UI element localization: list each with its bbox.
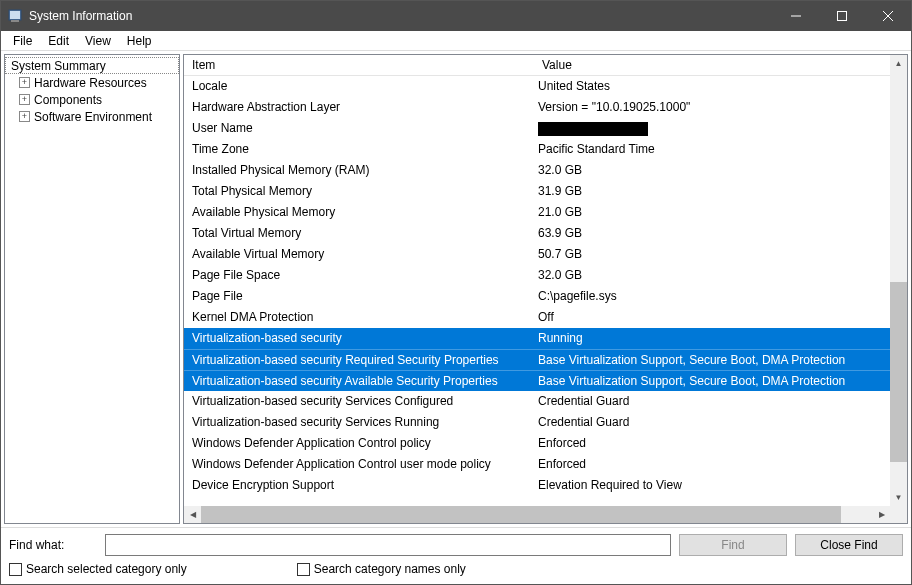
table-row[interactable]: Virtualization-based security Required S…: [184, 349, 890, 370]
svg-rect-2: [10, 11, 20, 19]
horizontal-scrollbar[interactable]: ◀ ▶: [184, 506, 890, 523]
cell-item: Locale: [184, 78, 534, 95]
table-row[interactable]: Windows Defender Application Control pol…: [184, 433, 890, 454]
window-title: System Information: [29, 9, 773, 23]
checkbox-icon: [297, 563, 310, 576]
cell-item: Total Virtual Memory: [184, 225, 534, 242]
find-label: Find what:: [9, 538, 97, 552]
cell-item: Device Encryption Support: [184, 477, 534, 494]
detail-header: Item Value: [184, 55, 890, 76]
svg-rect-1: [11, 20, 19, 22]
table-row[interactable]: Virtualization-based securityRunning: [184, 328, 890, 349]
checkbox-icon: [9, 563, 22, 576]
table-row[interactable]: User Name: [184, 118, 890, 139]
table-row[interactable]: Time ZonePacific Standard Time: [184, 139, 890, 160]
titlebar: System Information: [1, 1, 911, 31]
table-row[interactable]: Total Virtual Memory63.9 GB: [184, 223, 890, 244]
cell-value: 31.9 GB: [534, 183, 890, 200]
scroll-right-icon[interactable]: ▶: [873, 506, 890, 523]
cell-item: Virtualization-based security: [184, 330, 534, 347]
tree-item-hardware-resources[interactable]: + Hardware Resources: [5, 74, 179, 91]
menu-file[interactable]: File: [5, 32, 40, 50]
cell-item: Available Virtual Memory: [184, 246, 534, 263]
close-button[interactable]: [865, 1, 911, 31]
cell-item: Page File Space: [184, 267, 534, 284]
table-row[interactable]: Hardware Abstraction LayerVersion = "10.…: [184, 97, 890, 118]
horizontal-scroll-thumb[interactable]: [201, 506, 841, 523]
scroll-up-icon[interactable]: ▲: [890, 55, 907, 72]
expand-icon[interactable]: +: [19, 77, 30, 88]
cell-item: Page File: [184, 288, 534, 305]
table-row[interactable]: Total Physical Memory31.9 GB: [184, 181, 890, 202]
cell-value: Base Virtualization Support, Secure Boot…: [534, 352, 890, 368]
scroll-left-icon[interactable]: ◀: [184, 506, 201, 523]
cell-item: Virtualization-based security Required S…: [184, 352, 534, 368]
app-icon: [7, 8, 23, 24]
cell-value: 32.0 GB: [534, 267, 890, 284]
tree-item-label: System Summary: [11, 59, 106, 73]
cell-value: United States: [534, 78, 890, 95]
cell-value: Enforced: [534, 435, 890, 452]
cell-value: Credential Guard: [534, 393, 890, 410]
column-header-item[interactable]: Item: [184, 55, 534, 75]
cell-item: Total Physical Memory: [184, 183, 534, 200]
table-row[interactable]: Page File Space32.0 GB: [184, 265, 890, 286]
checkbox-search-category-names[interactable]: Search category names only: [297, 562, 466, 576]
scroll-down-icon[interactable]: ▼: [890, 489, 907, 506]
find-input[interactable]: [105, 534, 671, 556]
tree-root-system-summary[interactable]: System Summary: [5, 57, 179, 74]
detail-rows[interactable]: LocaleUnited StatesHardware Abstraction …: [184, 76, 890, 506]
cell-value: 32.0 GB: [534, 162, 890, 179]
cell-value: Version = "10.0.19025.1000": [534, 99, 890, 116]
table-row[interactable]: Page FileC:\pagefile.sys: [184, 286, 890, 307]
redacted-value: [538, 122, 648, 136]
table-row[interactable]: Device Encryption SupportElevation Requi…: [184, 475, 890, 496]
body-area: System Summary + Hardware Resources + Co…: [1, 51, 911, 527]
cell-item: Virtualization-based security Services R…: [184, 414, 534, 431]
tree-item-components[interactable]: + Components: [5, 91, 179, 108]
cell-value: C:\pagefile.sys: [534, 288, 890, 305]
find-button[interactable]: Find: [679, 534, 787, 556]
cell-value: Pacific Standard Time: [534, 141, 890, 158]
cell-item: Windows Defender Application Control use…: [184, 456, 534, 473]
vertical-scroll-thumb[interactable]: [890, 282, 907, 462]
close-find-button[interactable]: Close Find: [795, 534, 903, 556]
column-header-value[interactable]: Value: [534, 55, 890, 75]
expand-icon[interactable]: +: [19, 111, 30, 122]
find-panel: Find what: Find Close Find Search select…: [1, 527, 911, 584]
tree-item-label: Software Environment: [34, 110, 152, 124]
cell-value: Running: [534, 330, 890, 347]
cell-item: Available Physical Memory: [184, 204, 534, 221]
cell-value: Enforced: [534, 456, 890, 473]
minimize-button[interactable]: [773, 1, 819, 31]
cell-value: 50.7 GB: [534, 246, 890, 263]
menu-edit[interactable]: Edit: [40, 32, 77, 50]
menu-view[interactable]: View: [77, 32, 119, 50]
table-row[interactable]: Available Virtual Memory50.7 GB: [184, 244, 890, 265]
vertical-scrollbar[interactable]: ▲ ▼: [890, 55, 907, 506]
cell-item: Time Zone: [184, 141, 534, 158]
table-row[interactable]: Kernel DMA ProtectionOff: [184, 307, 890, 328]
expand-icon[interactable]: +: [19, 94, 30, 105]
table-row[interactable]: LocaleUnited States: [184, 76, 890, 97]
maximize-button[interactable]: [819, 1, 865, 31]
cell-item: Windows Defender Application Control pol…: [184, 435, 534, 452]
table-row[interactable]: Installed Physical Memory (RAM)32.0 GB: [184, 160, 890, 181]
table-row[interactable]: Virtualization-based security Services R…: [184, 412, 890, 433]
cell-item: Hardware Abstraction Layer: [184, 99, 534, 116]
scroll-corner: [890, 506, 907, 523]
menu-help[interactable]: Help: [119, 32, 160, 50]
table-row[interactable]: Virtualization-based security Available …: [184, 370, 890, 391]
svg-rect-4: [838, 12, 847, 21]
category-tree[interactable]: System Summary + Hardware Resources + Co…: [4, 54, 180, 524]
menubar: File Edit View Help: [1, 31, 911, 51]
table-row[interactable]: Virtualization-based security Services C…: [184, 391, 890, 412]
checkbox-search-selected-category[interactable]: Search selected category only: [9, 562, 187, 576]
table-row[interactable]: Available Physical Memory21.0 GB: [184, 202, 890, 223]
table-row[interactable]: Windows Defender Application Control use…: [184, 454, 890, 475]
cell-item: Kernel DMA Protection: [184, 309, 534, 326]
cell-value: Credential Guard: [534, 414, 890, 431]
tree-item-label: Hardware Resources: [34, 76, 147, 90]
tree-item-software-environment[interactable]: + Software Environment: [5, 108, 179, 125]
cell-value: 63.9 GB: [534, 225, 890, 242]
